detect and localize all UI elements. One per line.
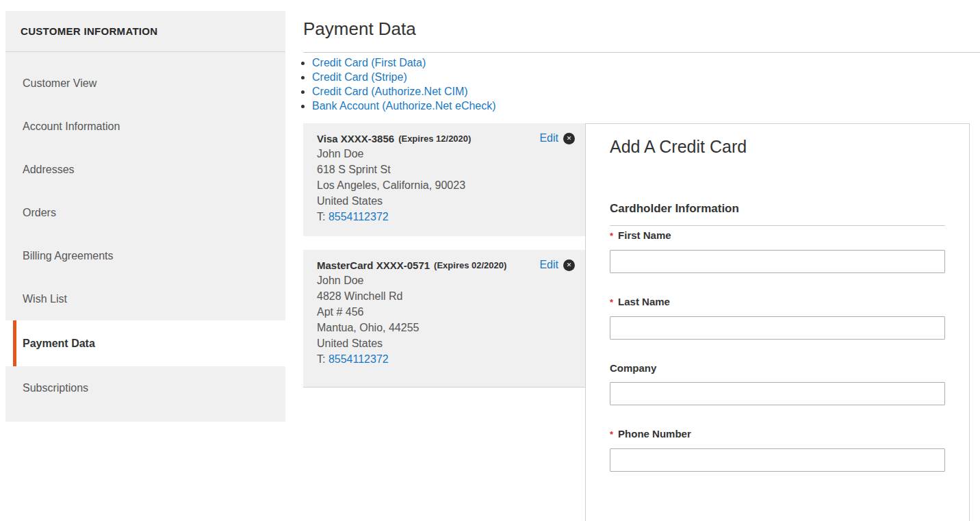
sidebar-item-payment-data[interactable]: Payment Data — [5, 320, 285, 366]
sidebar-item-account-information[interactable]: Account Information — [5, 105, 285, 148]
page-title: Payment Data — [303, 16, 980, 41]
address-line: United States — [317, 193, 575, 209]
card-address: John Doe 4828 Winchell Rd Apt # 456 Mant… — [317, 272, 575, 367]
sidebar-item-billing-agreements[interactable]: Billing Agreements — [5, 234, 285, 277]
card-title: Visa XXXX-3856 — [317, 133, 394, 144]
payment-link-item: Credit Card (Stripe) — [312, 70, 980, 84]
address-line: United States — [317, 335, 575, 351]
field-label-text: Phone Number — [618, 428, 691, 440]
address-line: 618 S Sprint St — [317, 162, 575, 177]
sidebar-item-orders[interactable]: Orders — [5, 191, 285, 234]
phone-line: T: 8554112372 — [317, 351, 575, 367]
card-actions: Edit ✕ — [539, 259, 575, 271]
edit-card-link[interactable]: Edit — [539, 259, 558, 271]
payment-link-item: Bank Account (Authorize.Net eCheck) — [312, 99, 980, 113]
sidebar-header: CUSTOMER INFORMATION — [5, 11, 285, 52]
last-name-input[interactable] — [610, 316, 945, 340]
phone-link[interactable]: 8554112372 — [328, 353, 389, 365]
sidebar: CUSTOMER INFORMATION Customer View Accou… — [5, 11, 285, 521]
link-bank-account-authorize-net-echeck[interactable]: Bank Account (Authorize.Net eCheck) — [312, 100, 496, 112]
required-asterisk: * — [610, 296, 613, 309]
card-expiry: (Expires 02/2020) — [434, 260, 539, 270]
stored-card-visa: Visa XXXX-3856 (Expires 12/2020) Edit ✕ … — [303, 123, 585, 236]
cardholder-form: * First Name * Last Name — [610, 229, 945, 472]
phone-link[interactable]: 8554112372 — [328, 211, 389, 223]
address-line: 4828 Winchell Rd — [317, 288, 575, 304]
payment-link-item: Credit Card (First Data) — [312, 55, 980, 70]
card-title: MasterCard XXXX-0571 — [317, 259, 430, 271]
company-input[interactable] — [610, 382, 945, 405]
address-line: John Doe — [317, 272, 575, 288]
card-header: MasterCard XXXX-0571 (Expires 02/2020) E… — [317, 259, 575, 271]
sidebar-item-addresses[interactable]: Addresses — [5, 148, 285, 191]
field-phone-number: * Phone Number — [610, 428, 945, 472]
link-credit-card-authorize-net-cim[interactable]: Credit Card (Authorize.Net CIM) — [312, 86, 468, 97]
main-content: Payment Data Credit Card (First Data) Cr… — [303, 11, 980, 521]
field-company: Company — [610, 362, 945, 405]
first-name-input[interactable] — [610, 250, 945, 273]
address-line: Los Angeles, California, 90023 — [317, 177, 575, 193]
sidebar-title: CUSTOMER INFORMATION — [21, 25, 157, 37]
sidebar-item-customer-view[interactable]: Customer View — [5, 62, 285, 105]
field-last-name: * Last Name — [610, 296, 945, 340]
field-label: * Phone Number — [610, 428, 945, 441]
stored-card-mastercard: MasterCard XXXX-0571 (Expires 02/2020) E… — [303, 250, 585, 387]
field-label-text: Last Name — [618, 296, 670, 308]
link-credit-card-stripe[interactable]: Credit Card (Stripe) — [312, 71, 407, 83]
sidebar-item-subscriptions[interactable]: Subscriptions — [5, 366, 285, 409]
field-label-text: First Name — [618, 229, 671, 242]
payment-link-item: Credit Card (Authorize.Net CIM) — [312, 84, 980, 99]
field-label-text: Company — [610, 362, 656, 374]
sidebar-item-wish-list[interactable]: Wish List — [5, 277, 285, 320]
page: CUSTOMER INFORMATION Customer View Accou… — [0, 0, 980, 521]
required-asterisk: * — [610, 429, 613, 441]
card-actions: Edit ✕ — [539, 132, 575, 144]
field-label: Company — [610, 362, 945, 374]
phone-line: T: 8554112372 — [317, 209, 575, 225]
content-columns: Visa XXXX-3856 (Expires 12/2020) Edit ✕ … — [303, 123, 980, 521]
edit-card-link[interactable]: Edit — [539, 132, 558, 144]
panel-title: Add A Credit Card — [610, 135, 945, 158]
field-first-name: * First Name — [610, 229, 945, 273]
card-header: Visa XXXX-3856 (Expires 12/2020) Edit ✕ — [317, 132, 575, 144]
phone-number-input[interactable] — [610, 448, 945, 472]
field-label: * Last Name — [610, 296, 945, 309]
address-line: Mantua, Ohio, 44255 — [317, 320, 575, 335]
address-line: John Doe — [317, 146, 575, 162]
title-divider — [303, 52, 980, 53]
required-asterisk: * — [610, 230, 613, 242]
delete-card-icon[interactable]: ✕ — [563, 133, 575, 144]
phone-prefix: T: — [317, 211, 325, 223]
add-credit-card-panel: Add A Credit Card Cardholder Information… — [585, 123, 970, 521]
card-address: John Doe 618 S Sprint St Los Angeles, Ca… — [317, 146, 575, 225]
field-label: * First Name — [610, 229, 945, 242]
stored-cards-list: Visa XXXX-3856 (Expires 12/2020) Edit ✕ … — [303, 123, 585, 387]
address-line: Apt # 456 — [317, 304, 575, 320]
card-expiry: (Expires 12/2020) — [398, 134, 539, 144]
sidebar-nav: Customer View Account Information Addres… — [5, 52, 285, 422]
link-credit-card-first-data[interactable]: Credit Card (First Data) — [312, 57, 426, 68]
cardholder-information-heading: Cardholder Information — [610, 202, 945, 226]
delete-card-icon[interactable]: ✕ — [563, 259, 575, 271]
payment-method-links: Credit Card (First Data) Credit Card (St… — [303, 55, 980, 113]
phone-prefix: T: — [317, 353, 325, 365]
